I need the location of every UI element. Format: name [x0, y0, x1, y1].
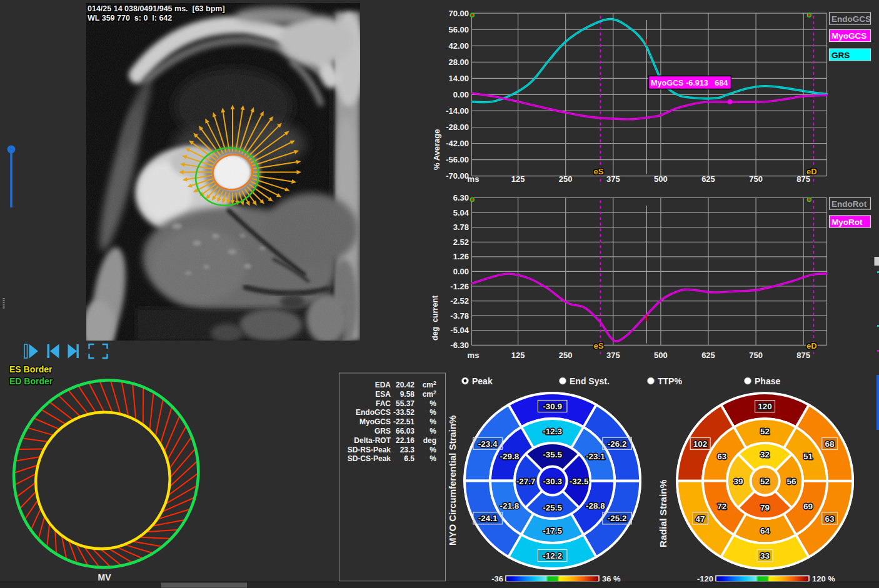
svg-text:-32.5: -32.5 — [570, 477, 589, 486]
svg-text:-25.5: -25.5 — [543, 503, 562, 512]
svg-text:-12.2: -12.2 — [543, 551, 562, 561]
svg-text:33: 33 — [760, 551, 770, 561]
svg-text:250: 250 — [559, 174, 573, 184]
svg-text:deg current: deg current — [431, 295, 440, 341]
svg-text:MyoGCS -6.913 684: MyoGCS -6.913 684 — [651, 79, 728, 87]
svg-text:625: 625 — [701, 174, 715, 184]
svg-text:SD-RS-Peak: SD-RS-Peak — [348, 446, 391, 454]
svg-text:42.00: 42.00 — [448, 41, 469, 51]
svg-text:MyoGCS: MyoGCS — [831, 31, 866, 41]
svg-text:-56.00: -56.00 — [446, 155, 469, 164]
svg-text:MV: MV — [98, 572, 112, 582]
svg-text:WL 359 770 s: 0 l: 642: WL 359 770 s: 0 l: 642 — [88, 14, 172, 22]
svg-text:Radial Strain%: Radial Strain% — [658, 479, 668, 547]
svg-text:EndoRot: EndoRot — [831, 199, 867, 209]
svg-text:-22.51: -22.51 — [393, 417, 414, 426]
svg-text:39: 39 — [734, 477, 743, 486]
svg-text:-30.3: -30.3 — [543, 477, 562, 486]
svg-text:-5.04: -5.04 — [450, 326, 469, 335]
svg-text:66.03: 66.03 — [396, 427, 414, 436]
svg-text:0.00: 0.00 — [453, 267, 469, 276]
svg-text:%: % — [429, 408, 436, 417]
svg-text:%: % — [429, 446, 436, 454]
svg-text:-12.3: -12.3 — [543, 427, 562, 436]
svg-text:eD: eD — [806, 167, 817, 176]
svg-text:51: 51 — [803, 452, 813, 461]
svg-text:20.42: 20.42 — [396, 381, 414, 389]
svg-text:eD: eD — [806, 341, 817, 351]
svg-text:deg: deg — [423, 436, 436, 445]
svg-text:ms: ms — [468, 174, 480, 184]
svg-text:-23.1: -23.1 — [586, 452, 605, 461]
svg-text:-2.52: -2.52 — [450, 296, 469, 306]
svg-text:14.00: 14.00 — [448, 74, 469, 83]
svg-text:6.30: 6.30 — [453, 193, 469, 202]
svg-text:End Syst.: End Syst. — [570, 376, 610, 386]
svg-text:-21.8: -21.8 — [500, 501, 519, 511]
svg-text:52: 52 — [760, 477, 770, 486]
svg-text:55.37: 55.37 — [396, 399, 414, 408]
svg-text:eS: eS — [593, 167, 603, 176]
svg-text:Peak: Peak — [472, 376, 493, 386]
svg-text:-1.26: -1.26 — [450, 282, 469, 291]
svg-text:63: 63 — [825, 514, 835, 524]
svg-text:2.52: 2.52 — [453, 237, 469, 247]
svg-text:MyoGCS: MyoGCS — [359, 417, 391, 426]
svg-text:6.5: 6.5 — [404, 454, 414, 463]
svg-text:ES Border: ES Border — [9, 364, 53, 374]
svg-text:014/25 14 038/0491/945 ms. [6: 014/25 14 038/0491/945 ms. [63 bpm] — [88, 4, 225, 13]
svg-text:500: 500 — [654, 174, 668, 184]
svg-text:-17.5: -17.5 — [543, 526, 562, 536]
svg-text:Delta-ROT: Delta-ROT — [354, 436, 391, 445]
svg-text:56.00: 56.00 — [448, 25, 469, 34]
svg-text:120: 120 — [758, 402, 772, 411]
svg-text:%: % — [429, 454, 436, 463]
svg-text:Phase: Phase — [755, 376, 780, 386]
svg-text:EndoGCS: EndoGCS — [356, 408, 391, 417]
svg-text:-30.9: -30.9 — [543, 402, 562, 411]
svg-text:5.04: 5.04 — [453, 208, 470, 217]
svg-text:750: 750 — [749, 351, 763, 360]
svg-text:MyoRot: MyoRot — [831, 217, 863, 227]
svg-text:-26.2: -26.2 — [608, 439, 627, 449]
svg-text:ED Border: ED Border — [9, 376, 53, 386]
svg-text:-29.8: -29.8 — [500, 452, 519, 461]
svg-text:-35.5: -35.5 — [543, 450, 562, 459]
svg-text:625: 625 — [701, 351, 715, 360]
svg-text:875: 875 — [796, 351, 810, 360]
svg-text:125: 125 — [511, 174, 525, 184]
svg-text:-42.00: -42.00 — [446, 139, 469, 148]
svg-text:ms: ms — [468, 351, 480, 360]
svg-text:eS: eS — [593, 341, 603, 351]
svg-text:375: 375 — [606, 174, 620, 184]
svg-text:-23.4: -23.4 — [478, 439, 498, 449]
svg-text:-28.00: -28.00 — [446, 122, 469, 132]
svg-text:68: 68 — [825, 439, 835, 449]
svg-text:69: 69 — [803, 502, 813, 511]
svg-text:-28.8: -28.8 — [586, 501, 605, 511]
svg-text:%: % — [429, 427, 436, 436]
svg-text:EDA: EDA — [375, 381, 391, 389]
svg-text:28.00: 28.00 — [448, 57, 469, 67]
svg-text:22.16: 22.16 — [396, 436, 414, 445]
svg-text:GRS: GRS — [831, 51, 850, 60]
svg-text:% Average: % Average — [432, 129, 441, 170]
svg-text:32: 32 — [760, 450, 770, 459]
svg-text:MYO Circumferential Strain%: MYO Circumferential Strain% — [447, 416, 458, 546]
svg-text:70.00: 70.00 — [448, 9, 469, 18]
svg-text:-24.1: -24.1 — [478, 514, 498, 523]
svg-text:9.58: 9.58 — [400, 390, 415, 399]
svg-text:SD-CS-Peak: SD-CS-Peak — [348, 454, 391, 463]
svg-text:-33.52: -33.52 — [393, 408, 414, 417]
svg-text:125: 125 — [511, 351, 525, 360]
svg-text:-25.2: -25.2 — [608, 514, 627, 523]
svg-text:750: 750 — [749, 174, 763, 184]
svg-text:TTP%: TTP% — [658, 376, 682, 386]
svg-text:0.00: 0.00 — [453, 90, 469, 99]
svg-text:102: 102 — [693, 439, 708, 449]
svg-text:72: 72 — [717, 502, 726, 511]
svg-text:250: 250 — [559, 351, 573, 360]
svg-text:-3.78: -3.78 — [450, 311, 469, 321]
svg-text:-27.7: -27.7 — [516, 477, 536, 486]
svg-text:-14.00: -14.00 — [446, 106, 469, 116]
